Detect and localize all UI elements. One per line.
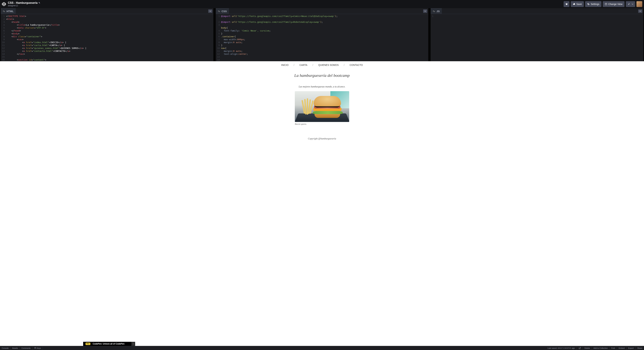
preview-copyright: Copyright @hamburguesería — [308, 137, 336, 140]
gear-icon[interactable] — [433, 10, 435, 12]
nav-carta[interactable]: CARTA — [300, 64, 307, 66]
pen-author[interactable]: awagner12 — [8, 4, 40, 7]
nav-contacto[interactable]: CONTACTO — [350, 64, 363, 66]
css-gutter: 1 2 3 4 5 6 7 8 9 10 11 12 13 14 — [216, 15, 221, 60]
app-header: CSS - Hamburguesería ✎ awagner12 Save Se… — [0, 0, 644, 8]
js-panel-menu[interactable] — [638, 10, 642, 13]
nav-sep: / — [294, 64, 294, 66]
assets-button[interactable]: Assets — [10, 346, 20, 350]
preview-pane: INICIO / CARTA / QUIENES SOMOS / CONTACT… — [0, 61, 644, 346]
embed-button[interactable]: Embed — [617, 346, 626, 350]
burger-image — [295, 91, 349, 122]
gear-icon[interactable] — [218, 10, 220, 12]
gear-icon — [587, 3, 590, 5]
save-button[interactable]: Save — [571, 1, 584, 7]
fork-button[interactable]: Fork — [610, 346, 617, 350]
image-caption: Bacon queso. — [295, 123, 349, 126]
console-button[interactable]: Console — [0, 346, 10, 350]
footer-left: Console Assets Comments ⌘ Keys — [0, 346, 43, 350]
cloud-icon — [573, 3, 575, 5]
editor-panels: HTML 1 2 3 4 5 6 7 8 9 10 11 12 13 14 15… — [0, 8, 644, 61]
js-panel-title: JS — [436, 10, 440, 13]
add-collection-button[interactable]: Add to Collection — [592, 346, 610, 350]
gear-icon[interactable] — [3, 10, 5, 12]
command-icon: ⌘ — [34, 347, 36, 349]
css-panel-title: CSS — [222, 10, 227, 13]
pin-button[interactable] — [626, 1, 635, 7]
js-panel-title-wrap[interactable]: JS — [431, 8, 442, 14]
js-panel-header: JS — [431, 8, 643, 14]
css-panel-header: CSS — [216, 8, 428, 14]
nav-quienes[interactable]: QUIENES SOMOS — [318, 64, 338, 66]
open-window-button[interactable] — [576, 346, 582, 350]
edit-icon[interactable]: ✎ — [38, 2, 40, 4]
footer-right: Last saved ABOUT 2 MONTHS ago Delete Add… — [546, 346, 644, 350]
html-panel-title: HTML — [6, 10, 14, 13]
html-panel-title-wrap[interactable]: HTML — [1, 8, 16, 14]
js-panel: JS 1 — [431, 8, 643, 61]
last-saved: Last saved ABOUT 2 MONTHS ago — [546, 346, 576, 350]
pro-badge: PRO — [86, 343, 90, 345]
html-editor[interactable]: 1 2 3 4 5 6 7 8 9 10 11 12 13 14 15 16 <… — [1, 14, 213, 61]
layout-icon — [605, 3, 607, 5]
delete-button[interactable]: Delete — [582, 346, 592, 350]
app-footer: Console Assets Comments ⌘ Keys Last save… — [0, 346, 644, 350]
heart-button[interactable] — [564, 1, 570, 7]
header-right: Save Settings Change View — [564, 1, 642, 7]
settings-button[interactable]: Settings — [585, 1, 602, 7]
nav-sep: / — [312, 64, 313, 66]
css-panel-menu[interactable] — [423, 10, 427, 13]
external-icon — [578, 347, 581, 349]
keys-button[interactable]: ⌘ Keys — [32, 346, 43, 350]
chevron-down-icon — [210, 10, 211, 12]
css-editor[interactable]: 1 2 3 4 5 6 7 8 9 10 11 12 13 14 @import… — [216, 14, 428, 61]
chevron-down-icon — [424, 10, 426, 12]
css-panel: CSS 1 2 3 4 5 6 7 8 9 10 11 12 13 14 @im… — [216, 8, 428, 61]
pin-icon — [628, 3, 630, 5]
html-panel-header: HTML — [1, 8, 213, 14]
pro-popup: PRO CodePen: Unlock all of CodePen × — [83, 342, 135, 346]
html-code[interactable]: <!DOCTYPE html> <html> <head> <title>La … — [6, 15, 213, 60]
pen-title[interactable]: CSS - Hamburguesería ✎ — [8, 1, 40, 4]
chevron-down-icon — [632, 3, 634, 5]
css-panel-title-wrap[interactable]: CSS — [216, 8, 229, 14]
nav-inicio[interactable]: INICIO — [281, 64, 289, 66]
svg-rect-3 — [605, 3, 607, 5]
title-group: CSS - Hamburguesería ✎ awagner12 — [8, 1, 40, 7]
chevron-down-icon — [640, 10, 641, 12]
header-left: CSS - Hamburguesería ✎ awagner12 — [2, 1, 40, 7]
change-view-button[interactable]: Change View — [603, 1, 624, 7]
preview-subheading: Las mejores hamburguesas mundo, a tu alc… — [299, 85, 346, 88]
export-button[interactable]: Export — [626, 346, 636, 350]
css-code[interactable]: @import url('https://fonts.googleapis.co… — [221, 15, 428, 60]
js-code[interactable] — [435, 15, 643, 60]
preview-nav: INICIO / CARTA / QUIENES SOMOS / CONTACT… — [281, 64, 363, 66]
html-panel-menu[interactable] — [208, 10, 212, 13]
codepen-logo-icon[interactable] — [2, 2, 6, 6]
user-avatar[interactable] — [636, 1, 642, 7]
preview-heading: La hamburguesería del bootcamp — [294, 73, 350, 78]
comments-button[interactable]: Comments — [20, 346, 32, 350]
nav-sep: / — [344, 64, 344, 66]
popup-close-button[interactable]: × — [132, 342, 135, 346]
close-icon: × — [132, 343, 134, 345]
html-panel: HTML 1 2 3 4 5 6 7 8 9 10 11 12 13 14 15… — [1, 8, 213, 61]
js-gutter: 1 — [431, 15, 435, 60]
html-gutter: 1 2 3 4 5 6 7 8 9 10 11 12 13 14 15 16 — [1, 15, 6, 60]
heart-icon — [565, 3, 568, 5]
share-button[interactable]: Share — [636, 346, 644, 350]
js-editor[interactable]: 1 — [431, 14, 643, 61]
popup-text[interactable]: CodePen: Unlock all of CodePen — [93, 343, 132, 345]
